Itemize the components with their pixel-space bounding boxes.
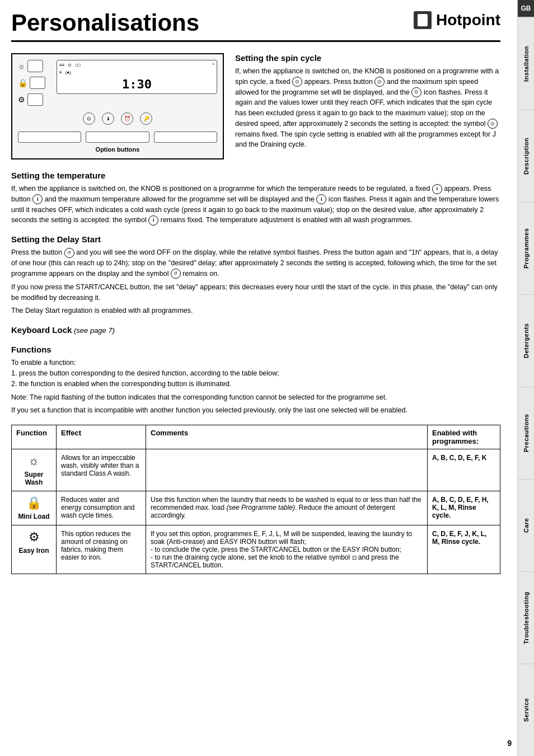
spin-section-title: Setting the spin cycle xyxy=(235,53,500,63)
delay-start-text1: Press the button ↺ and you will see the … xyxy=(11,247,500,279)
delay-start-section: Setting the Delay Start Press the button… xyxy=(11,234,500,316)
col-header-comments: Comments xyxy=(146,425,428,449)
delay-icon-inline: ↺ xyxy=(64,248,74,258)
functions-note1: Note: The rapid flashing of the button i… xyxy=(11,392,500,403)
table-row-superwash: ☼ Super Wash Allows for an impeccable wa… xyxy=(12,449,500,491)
temp-icon-inline4: i xyxy=(148,215,158,226)
spin-section-text: If, when the appliance is switched on, t… xyxy=(235,66,500,150)
option-btn-1[interactable] xyxy=(27,60,43,72)
function-table: Function Effect Comments Enabled with pr… xyxy=(11,425,500,574)
panel-icons-row: ⊙ 🌡 ⏰ 🔑 xyxy=(18,112,217,125)
table-row-miniload: 🔒 Mini Load Reduces water and energy con… xyxy=(12,491,500,525)
col-header-function: Function xyxy=(12,425,57,449)
panel-icon-temp: 🌡 xyxy=(102,112,114,125)
miniload-comments: Use this function when the laundry that … xyxy=(146,491,428,525)
spin-icon-inline: ⊙ xyxy=(292,77,302,87)
functions-step2: 2. the function is enabled when the corr… xyxy=(11,379,500,389)
brand-name: Hotpoint xyxy=(436,11,500,29)
spin-icon-inline4: ⊙ xyxy=(488,119,498,129)
sidebar-tab-description: Description xyxy=(518,110,534,202)
option-buttons-left: ☼ 🔒 ⚙ xyxy=(18,60,45,106)
functions-step1: 1. press the button corresponding to the… xyxy=(11,368,500,379)
panel-caption: Option buttons xyxy=(18,146,217,153)
easyiron-enabled: C, D, E, F, J, K, L, M, Rinse cycle. xyxy=(428,525,500,574)
delay-start-text2: If you now press the START/CANCEL button… xyxy=(11,282,500,303)
top-section: ☼ 🔒 ⚙ xyxy=(11,53,500,159)
brand-icon xyxy=(414,11,432,29)
superwash-effect: Allows for an impeccable wash, visibly w… xyxy=(57,449,146,491)
temperature-title: Setting the temperature xyxy=(11,171,500,180)
col-header-enabled: Enabled with programmes: xyxy=(428,425,500,449)
easyiron-icon: ⚙ xyxy=(16,530,51,544)
keyboard-lock-title: Keyboard Lock xyxy=(11,325,72,335)
temperature-section: Setting the temperature If, when the app… xyxy=(11,171,500,226)
temperature-text: If, when the appliance is switched on, t… xyxy=(11,184,500,226)
miniload-name: Mini Load xyxy=(16,513,51,520)
sidebar-tab-detergents: Detergents xyxy=(518,294,534,387)
panel-inner: ☼ 🔒 ⚙ xyxy=(18,60,217,143)
superwash-icon: ☼ xyxy=(16,454,51,468)
miniload-enabled: A, B, C, D, E, F, H, K, L, M, Rinse cycl… xyxy=(428,491,500,525)
machine-panel: ☼ 🔒 ⚙ xyxy=(11,53,224,159)
main-content: Personalisations Hotpoint ☼ xyxy=(0,0,517,585)
spin-icon-inline3: ⊙ xyxy=(411,87,421,97)
function-cell-miniload: 🔒 Mini Load xyxy=(12,491,57,525)
function-cell-easyiron: ⚙ Easy Iron xyxy=(12,525,57,574)
keyboard-lock-section: Keyboard Lock (see page 7) xyxy=(11,325,500,336)
bottom-btn-1[interactable] xyxy=(18,132,81,143)
display-area: ≡≡ ⊙ □□ ° ≡ (●) 1:30 xyxy=(57,60,217,94)
brand-logo: Hotpoint xyxy=(414,11,500,29)
sidebar-tab-programmes: Programmes xyxy=(518,202,534,294)
brand-icon-inner xyxy=(418,14,428,26)
display-time: 1:30 xyxy=(59,77,214,91)
display-row-top: ≡≡ ⊙ □□ ° xyxy=(59,63,214,68)
temp-icon-inline3: i xyxy=(316,194,326,204)
page-number: 9 xyxy=(507,739,512,748)
delay-icon-inline2: ↺ xyxy=(171,269,181,279)
panel-icon-lock: 🔑 xyxy=(140,112,152,125)
sidebar-tab-gb: GB xyxy=(518,0,534,17)
panel-bottom-row xyxy=(18,132,217,143)
superwash-name: Super Wash xyxy=(16,471,51,486)
sidebar-tab-service: Service xyxy=(518,664,534,756)
sidebar-tab-installation: Installation xyxy=(518,17,534,110)
panel-icon-spin: ⊙ xyxy=(83,112,95,125)
functions-title: Functions xyxy=(11,345,500,354)
delay-start-title: Setting the Delay Start xyxy=(11,234,500,244)
option-btn-2[interactable] xyxy=(30,77,45,89)
function-cell-superwash: ☼ Super Wash xyxy=(12,449,57,491)
temp-icon-inline: i xyxy=(432,184,442,194)
functions-section: Functions To enable a function: 1. press… xyxy=(11,345,500,416)
spin-section: Setting the spin cycle If, when the appl… xyxy=(235,53,500,159)
superwash-comments xyxy=(146,449,428,491)
col-header-effect: Effect xyxy=(57,425,146,449)
table-row-easyiron: ⚙ Easy Iron This option reduces the amou… xyxy=(12,525,500,574)
delay-start-text3: The Delay Start regulation is enabled wi… xyxy=(11,306,500,316)
keyboard-lock-subtitle: (see page 7) xyxy=(74,326,115,335)
sidebar-tab-care: Care xyxy=(518,479,534,571)
functions-note2: If you set a function that is incompatib… xyxy=(11,405,500,416)
bottom-btn-3[interactable] xyxy=(154,132,217,143)
display-row-mid: ≡ (●) xyxy=(59,70,214,75)
miniload-italic: (see Programme table) xyxy=(226,504,295,511)
spin-icon-inline2: ⊙ xyxy=(374,77,385,87)
easyiron-effect: This option reduces the amount of creasi… xyxy=(57,525,146,574)
page-title: Personalisations xyxy=(11,11,199,35)
functions-intro: To enable a function: xyxy=(11,358,500,368)
superwash-enabled: A, B, C, D, E, F, K xyxy=(428,449,500,491)
temp-icon-inline2: i xyxy=(32,194,43,204)
page-header: Personalisations Hotpoint xyxy=(11,11,500,42)
miniload-icon: 🔒 xyxy=(16,496,51,510)
panel-icon-delay: ⏰ xyxy=(121,112,133,125)
option-btn-3[interactable] xyxy=(27,93,43,106)
miniload-effect: Reduces water and energy consumption and… xyxy=(57,491,146,525)
right-sidebar: GB Installation Description Programmes D… xyxy=(517,0,534,756)
sidebar-tab-troubleshooting: Troubleshooting xyxy=(518,571,534,664)
bottom-btn-2[interactable] xyxy=(86,132,149,143)
sidebar-tab-precautions: Precautions xyxy=(518,387,534,479)
easyiron-name: Easy Iron xyxy=(16,547,51,555)
page-container: GB Installation Description Programmes D… xyxy=(0,0,534,756)
easyiron-comments: If you set this option, programmes E, F,… xyxy=(146,525,428,574)
